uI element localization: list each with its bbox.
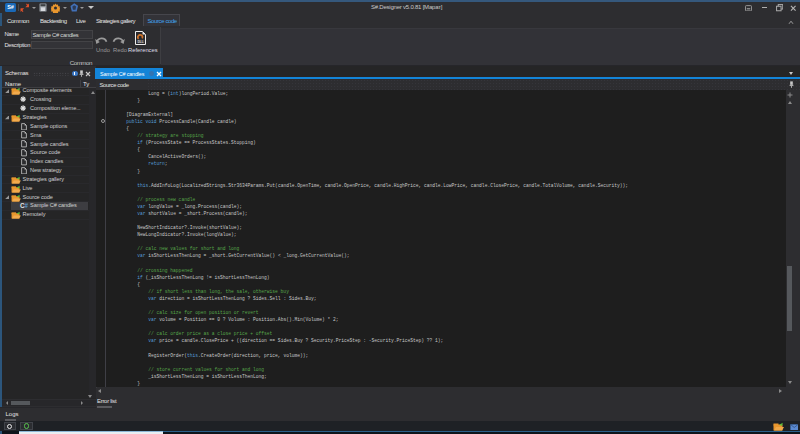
svg-text:DLL: DLL [138,40,144,44]
